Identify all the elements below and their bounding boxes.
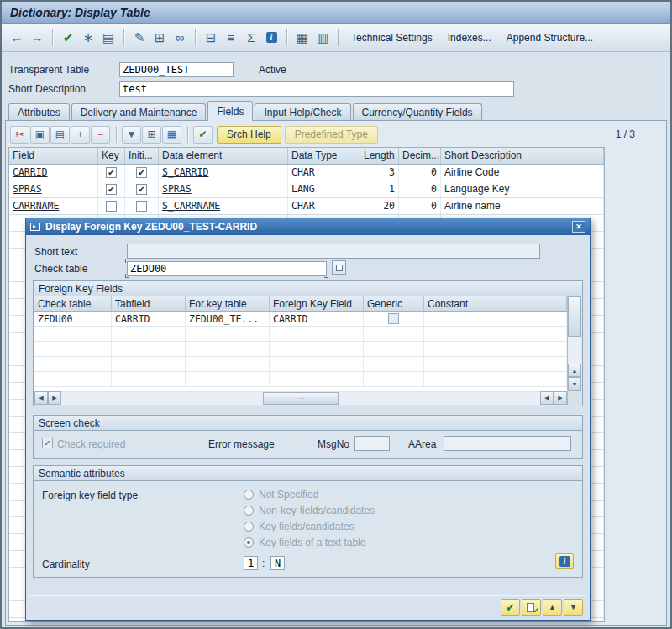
key-checkbox[interactable] <box>106 184 117 195</box>
scroll-right-button[interactable]: ▶ <box>48 391 61 405</box>
page-up-button[interactable]: ▲ <box>543 599 562 616</box>
horizontal-scroll-track[interactable]: ··· <box>61 392 540 405</box>
dialog-titlebar[interactable]: Display Foreign Key ZEDU00_TEST-CARRID ✕ <box>26 218 590 235</box>
horizontal-scroll-thumb[interactable]: ··· <box>263 392 339 405</box>
value-help-button[interactable] <box>332 260 346 275</box>
key-checkbox[interactable] <box>106 167 117 178</box>
empty-cell <box>186 357 270 371</box>
data-element-link[interactable]: S_CARRID <box>162 166 208 178</box>
cardinality-min-input[interactable] <box>244 556 258 570</box>
data-element-link[interactable]: SPRAS <box>162 183 192 195</box>
aarea-input[interactable] <box>444 436 571 451</box>
field-name-link[interactable]: CARRNAME <box>13 200 59 212</box>
scroll-up-button[interactable]: ▲ <box>568 364 581 377</box>
insert-row-icon[interactable]: + <box>71 126 90 144</box>
append-structure-button[interactable]: Append Structure... <box>499 29 601 47</box>
empty-fk-row[interactable] <box>34 372 567 387</box>
fk-column-header-check-table[interactable]: Check table <box>34 296 112 311</box>
continue-button[interactable]: ✔ <box>501 599 520 616</box>
column-header-decim[interactable]: Decim... <box>399 148 441 164</box>
fk-horizontal-scrollbar[interactable]: ◀ ▶ ··· ◀ ▶ <box>34 391 567 405</box>
column-header-length[interactable]: Length <box>360 148 399 164</box>
scroll-right-button-end[interactable]: ▶ <box>554 391 567 405</box>
tab-currency-quantity-fields[interactable]: Currency/Quantity Fields <box>353 103 482 120</box>
info-icon[interactable]: i <box>261 29 281 47</box>
column-header-short-description[interactable]: Short Description <box>441 148 604 164</box>
indexes-button[interactable]: Indexes... <box>440 29 499 47</box>
window-titlebar[interactable]: Dictionary: Display Table <box>2 2 670 24</box>
display-change-icon[interactable]: ✎ <box>129 29 150 47</box>
copy-button[interactable]: ✔ <box>522 599 541 616</box>
header-form: Transparent Table Active Short Descripti… <box>2 52 670 99</box>
table-settings-icon[interactable]: ▦ <box>292 29 312 47</box>
table-name-input[interactable] <box>119 62 234 77</box>
where-used-icon[interactable]: ⊞ <box>150 29 170 47</box>
short-text-input[interactable] <box>127 244 540 259</box>
tab-input-help-check[interactable]: Input Help/Check <box>255 103 350 120</box>
data-element-link[interactable]: S_CARRNAME <box>162 200 220 212</box>
radio-option-label: Key fields/candidates <box>259 521 354 532</box>
fk-table-body: ZEDU00CARRIDZEDU00_TE...CARRID <box>34 312 567 387</box>
table-row[interactable]: CARRNAMES_CARRNAMECHAR200Airline name <box>9 198 604 215</box>
dialog-close-button[interactable]: ✕ <box>572 221 585 233</box>
technical-settings-button[interactable]: Technical Settings <box>344 29 440 47</box>
initial-checkbox[interactable] <box>136 184 147 195</box>
column-header-initi[interactable]: Initi... <box>125 148 159 164</box>
empty-fk-row[interactable] <box>34 342 567 357</box>
empty-fk-row[interactable] <box>34 357 567 372</box>
table-row[interactable]: SPRASSPRASLANG10Language Key <box>9 181 604 198</box>
hierarchy-icon[interactable]: ⊟ <box>201 29 221 47</box>
print-icon[interactable]: ▤ <box>98 29 118 47</box>
field-name-link[interactable]: SPRAS <box>13 183 42 195</box>
empty-fk-row[interactable] <box>34 327 567 342</box>
check-table-input[interactable] <box>127 261 327 276</box>
list-icon[interactable]: ≡ <box>221 29 241 47</box>
check-icon[interactable]: ✔ <box>58 29 78 47</box>
activate-icon[interactable]: ∗ <box>78 29 98 47</box>
column-header-field[interactable]: Field <box>9 148 98 164</box>
back-icon[interactable]: ← <box>7 29 27 47</box>
paste-row-icon[interactable]: ▤ <box>50 126 70 144</box>
filter-icon[interactable]: ▼ <box>122 126 141 144</box>
msgno-input[interactable] <box>354 436 390 451</box>
copy-row-icon[interactable]: ▣ <box>30 126 50 144</box>
column-header-data-type[interactable]: Data Type <box>288 148 360 164</box>
field-name-link[interactable]: CARRID <box>13 166 48 178</box>
fk-column-header-tabfield[interactable]: Tabfield <box>112 296 186 311</box>
fk-column-header-foreign-key-field[interactable]: Foreign Key Field <box>270 296 364 311</box>
table-icon[interactable]: ▦ <box>162 126 181 144</box>
scroll-left-button[interactable]: ◀ <box>34 391 48 405</box>
key-checkbox[interactable] <box>106 201 117 212</box>
refresh-icon[interactable]: ∞ <box>170 29 190 47</box>
fk-column-header-for-key-table[interactable]: For.key table <box>186 296 270 311</box>
srch-help-button[interactable]: Srch Help <box>217 126 281 144</box>
column-header-data-element[interactable]: Data element <box>159 148 288 164</box>
tab-delivery-and-maintenance[interactable]: Delivery and Maintenance <box>71 103 207 120</box>
table-display-icon[interactable]: ▥ <box>312 29 333 47</box>
cardinality-info-button[interactable]: i <box>555 553 574 569</box>
initial-checkbox[interactable] <box>136 201 147 212</box>
fk-column-header-constant[interactable]: Constant <box>424 296 567 311</box>
column-header-key[interactable]: Key <box>98 148 125 164</box>
vertical-scroll-track[interactable] <box>568 296 581 364</box>
fk-table-row[interactable]: ZEDU00CARRIDZEDU00_TE...CARRID <box>34 312 567 327</box>
fk-vertical-scrollbar[interactable]: ▲ ▼ <box>567 296 581 391</box>
vertical-scroll-thumb[interactable] <box>568 296 581 337</box>
sum-icon[interactable]: Σ <box>241 29 261 47</box>
page-down-button[interactable]: ▼ <box>564 599 583 616</box>
tab-fields[interactable]: Fields <box>207 101 253 121</box>
cut-icon[interactable]: ✂ <box>10 126 29 144</box>
initial-checkbox[interactable] <box>136 167 147 178</box>
fk-column-header-generic[interactable]: Generic <box>364 296 424 311</box>
delete-row-icon[interactable]: − <box>91 126 110 144</box>
scroll-down-button[interactable]: ▼ <box>568 377 581 391</box>
forward-icon[interactable]: → <box>27 29 47 47</box>
choose-icon[interactable]: ⊞ <box>142 126 161 144</box>
tab-attributes[interactable]: Attributes <box>8 103 70 120</box>
short-description-input[interactable] <box>119 81 514 97</box>
table-row[interactable]: CARRIDS_CARRIDCHAR30Airline Code <box>9 165 604 181</box>
test-icon[interactable]: ✔ <box>193 126 213 144</box>
cell-data-type: LANG <box>288 181 360 197</box>
scroll-left-button-end[interactable]: ◀ <box>540 391 554 405</box>
cardinality-max-input[interactable] <box>270 556 285 570</box>
